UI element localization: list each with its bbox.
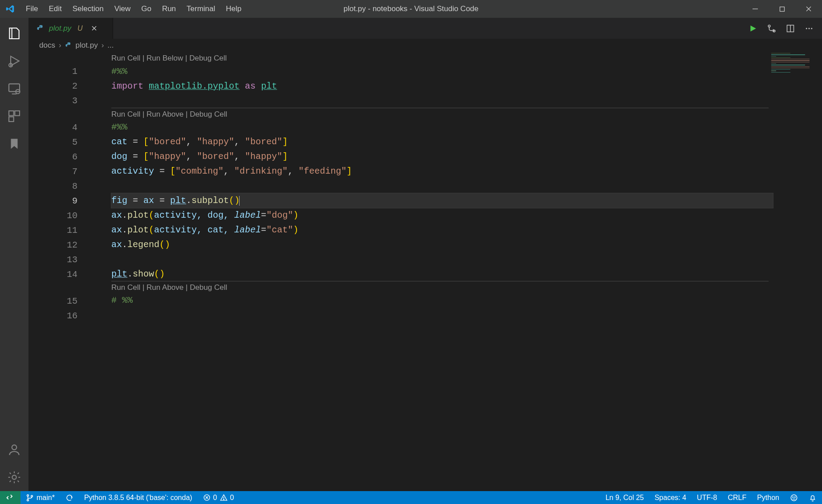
line-number: 1 xyxy=(28,64,77,79)
status-branch[interactable]: main* xyxy=(20,491,60,504)
bookmark-icon[interactable] xyxy=(7,136,22,151)
editor-actions xyxy=(748,18,822,39)
status-eol[interactable]: CRLF xyxy=(722,491,752,504)
editor-area: plot.py U docs › plot.py › ... xyxy=(28,18,822,491)
explorer-icon[interactable] xyxy=(7,26,22,41)
more-actions-icon[interactable] xyxy=(804,24,814,33)
svg-rect-8 xyxy=(9,111,14,116)
tab-close-icon[interactable] xyxy=(91,25,98,32)
code-line[interactable]: # %% xyxy=(111,293,769,308)
status-python-env[interactable]: Python 3.8.5 64-bit ('base': conda) xyxy=(79,491,198,504)
code-line[interactable] xyxy=(111,252,769,267)
codelens-cell-3: Run Cell | Run Above | Debug Cell xyxy=(111,281,769,293)
menu-view[interactable]: View xyxy=(109,3,136,15)
status-feedback-icon[interactable] xyxy=(785,491,803,504)
svg-marker-15 xyxy=(750,25,756,32)
tab-plot-py[interactable]: plot.py U xyxy=(28,18,113,39)
svg-point-22 xyxy=(811,28,812,29)
codelens-debug-cell[interactable]: Debug Cell xyxy=(190,283,227,292)
codelens-run-cell[interactable]: Run Cell xyxy=(111,54,140,62)
menu-go[interactable]: Go xyxy=(136,3,157,15)
codelens-run-above[interactable]: Run Above xyxy=(146,110,183,118)
codelens-run-cell[interactable]: Run Cell xyxy=(111,110,140,118)
svg-rect-9 xyxy=(15,111,20,116)
breadcrumb-file[interactable]: plot.py xyxy=(76,41,98,50)
code-line[interactable]: activity = ["combing", "drinking", "feed… xyxy=(111,164,769,179)
split-editor-icon[interactable] xyxy=(785,24,795,33)
line-number: 2 xyxy=(28,79,77,93)
code-line[interactable]: ax.plot(activity, dog, label="dog") xyxy=(111,208,769,223)
run-debug-icon[interactable] xyxy=(7,53,22,69)
codelens-run-below[interactable]: Run Below xyxy=(146,54,183,62)
menu-selection[interactable]: Selection xyxy=(67,3,109,15)
breadcrumb-docs[interactable]: docs xyxy=(39,41,55,50)
line-number-gutter[interactable]: 1 2 3 4 5 6 7 8 9 10 11 12 13 14 15 16 xyxy=(28,52,94,491)
menu-help[interactable]: Help xyxy=(220,3,247,15)
minimize-button[interactable] xyxy=(742,0,769,18)
line-number: 5 xyxy=(28,135,77,150)
line-number: 14 xyxy=(28,267,77,282)
compare-changes-icon[interactable] xyxy=(767,24,777,33)
code-line[interactable]: ax.legend() xyxy=(111,237,769,252)
svg-point-20 xyxy=(806,28,807,29)
accounts-icon[interactable] xyxy=(7,442,22,457)
extensions-icon[interactable] xyxy=(7,109,22,124)
run-file-icon[interactable] xyxy=(748,24,758,33)
menu-edit[interactable]: Edit xyxy=(43,3,67,15)
status-language[interactable]: Python xyxy=(752,491,785,504)
breadcrumb-more[interactable]: ... xyxy=(107,41,114,50)
svg-point-25 xyxy=(31,495,33,497)
tab-git-status: U xyxy=(77,24,83,33)
minimap[interactable] xyxy=(771,53,819,73)
status-encoding[interactable]: UTF-8 xyxy=(692,491,722,504)
code-line[interactable] xyxy=(111,93,769,108)
svg-point-33 xyxy=(795,496,796,497)
code-line[interactable]: dog = ["happy", "bored", "happy"] xyxy=(111,149,769,164)
python-file-icon xyxy=(65,42,72,49)
vscode-logo-icon xyxy=(5,4,15,14)
svg-point-31 xyxy=(791,495,797,501)
status-line-col[interactable]: Ln 9, Col 25 xyxy=(600,491,649,504)
codelens-debug-cell[interactable]: Debug Cell xyxy=(190,110,227,118)
menu-bar: File Edit Selection View Go Run Terminal… xyxy=(20,3,247,15)
status-spaces[interactable]: Spaces: 4 xyxy=(649,491,692,504)
python-file-icon xyxy=(37,24,45,33)
close-button[interactable] xyxy=(795,0,822,18)
line-number: 6 xyxy=(28,150,77,164)
svg-point-32 xyxy=(793,496,794,497)
code-line[interactable]: #%% xyxy=(111,64,769,79)
status-notifications-icon[interactable] xyxy=(803,491,822,504)
settings-gear-icon[interactable] xyxy=(7,470,22,485)
menu-file[interactable]: File xyxy=(20,3,43,15)
code-line[interactable]: import matplotlib.pyplot as plt xyxy=(111,79,769,93)
line-number: 3 xyxy=(28,93,77,108)
tabs-row: plot.py U xyxy=(28,18,822,39)
svg-point-12 xyxy=(12,475,16,479)
code-line[interactable]: ax.plot(activity, cat, label="cat") xyxy=(111,223,769,237)
menu-terminal[interactable]: Terminal xyxy=(181,3,220,15)
codelens-run-cell[interactable]: Run Cell xyxy=(111,283,140,292)
codelens-debug-cell[interactable]: Debug Cell xyxy=(189,54,227,62)
breadcrumb[interactable]: docs › plot.py › ... xyxy=(28,39,822,52)
svg-point-30 xyxy=(223,499,224,500)
menu-run[interactable]: Run xyxy=(157,3,181,15)
maximize-button[interactable] xyxy=(769,0,795,18)
svg-point-16 xyxy=(768,25,770,27)
status-sync[interactable] xyxy=(60,491,79,504)
code-line[interactable]: plt.show() xyxy=(111,267,769,281)
remote-explorer-icon[interactable] xyxy=(7,81,22,96)
svg-point-11 xyxy=(12,445,17,450)
status-errors-count: 0 xyxy=(213,494,217,502)
code-line[interactable]: cat = ["bored", "happy", "bored"] xyxy=(111,134,769,149)
code-line[interactable] xyxy=(111,179,769,193)
status-problems[interactable]: 0 0 xyxy=(198,491,240,504)
code-line-current[interactable]: fig = ax = plt.subplot() xyxy=(111,193,773,208)
editor-content[interactable]: Run Cell | Run Below | Debug Cell #%% im… xyxy=(111,52,769,322)
remote-indicator[interactable] xyxy=(0,491,20,504)
code-line[interactable] xyxy=(111,308,769,322)
svg-point-23 xyxy=(27,494,29,496)
code-editor[interactable]: 1 2 3 4 5 6 7 8 9 10 11 12 13 14 15 16 xyxy=(28,52,822,491)
codelens-run-above[interactable]: Run Above xyxy=(146,283,183,292)
svg-rect-10 xyxy=(9,117,14,122)
code-line[interactable]: #%% xyxy=(111,120,769,134)
